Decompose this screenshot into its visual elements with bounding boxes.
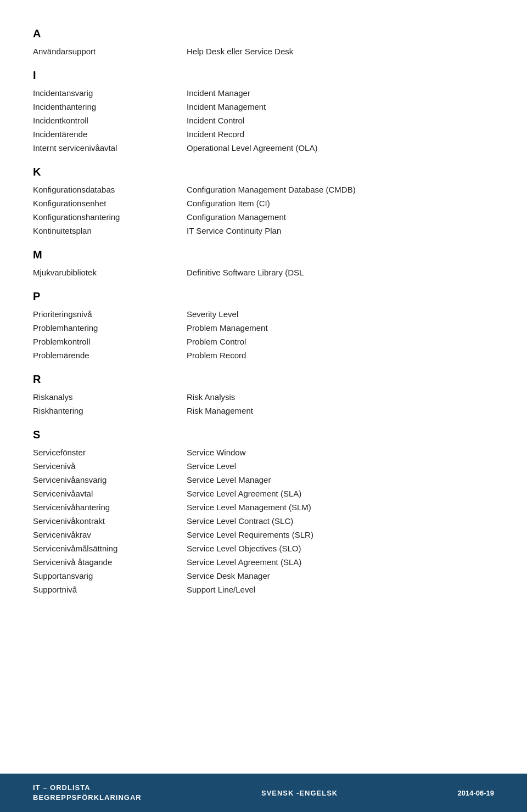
english-term: Service Level Management (SLM) <box>187 503 494 512</box>
swedish-term: Servicenivå <box>33 461 187 471</box>
swedish-term: Riskanalys <box>33 392 187 402</box>
section-letter: P <box>33 290 494 303</box>
english-term: Incident Manager <box>187 88 494 98</box>
swedish-term: Servicenivå åtagande <box>33 557 187 567</box>
entry: ServicenivåmålsättningService Level Obje… <box>33 542 494 555</box>
swedish-term: Konfigurationsenhet <box>33 199 187 208</box>
swedish-term: Supportansvarig <box>33 571 187 580</box>
swedish-term: Incidentkontroll <box>33 116 187 125</box>
section-letter: I <box>33 69 494 82</box>
entry: IncidentärendeIncident Record <box>33 127 494 141</box>
swedish-term: Servicefönster <box>33 448 187 457</box>
section-letter: R <box>33 373 494 386</box>
swedish-term: Konfigurationshantering <box>33 212 187 222</box>
english-term: Service Level Requirements (SLR) <box>187 530 494 539</box>
section-letter: M <box>33 249 494 261</box>
section-i: IIncidentansvarigIncident ManagerInciden… <box>33 69 494 155</box>
english-term: Service Level <box>187 461 494 471</box>
english-term: Support Line/Level <box>187 585 494 594</box>
footer-dash: – <box>43 783 47 792</box>
english-term: Incident Record <box>187 129 494 139</box>
entry: AnvändarsupportHelp Desk eller Service D… <box>33 44 494 58</box>
english-term: Operational Level Agreement (OLA) <box>187 143 494 153</box>
swedish-term: Incidentärende <box>33 129 187 139</box>
section-p: PPrioriteringsnivåSeverity LevelProblemh… <box>33 290 494 362</box>
entry: PrioriteringsnivåSeverity Level <box>33 307 494 321</box>
swedish-term: Servicenivåkrav <box>33 530 187 539</box>
section-k: KKonfigurationsdatabasConfiguration Mana… <box>33 166 494 238</box>
english-term: Risk Analysis <box>187 392 494 402</box>
swedish-term: Prioriteringsnivå <box>33 309 187 319</box>
swedish-term: Incidenthantering <box>33 102 187 111</box>
entry: RiskanalysRisk Analysis <box>33 390 494 404</box>
swedish-term: Konfigurationsdatabas <box>33 185 187 194</box>
swedish-term: Servicenivåmålsättning <box>33 544 187 553</box>
entry: ServicenivåansvarigService Level Manager <box>33 473 494 487</box>
english-term: Help Desk eller Service Desk <box>187 47 494 56</box>
footer-ordlista: ORDLISTA <box>50 783 90 792</box>
swedish-term: Kontinuitetsplan <box>33 226 187 235</box>
entry: ServicenivåkontraktService Level Contrac… <box>33 514 494 528</box>
section-letter: S <box>33 428 494 441</box>
english-term: Configuration Item (CI) <box>187 199 494 208</box>
entry: ProblemkontrollProblem Control <box>33 335 494 348</box>
entry: Servicenivå åtagandeService Level Agreem… <box>33 555 494 569</box>
english-term: Service Desk Manager <box>187 571 494 580</box>
english-term: IT Service Continuity Plan <box>187 226 494 235</box>
swedish-term: Problemkontroll <box>33 337 187 346</box>
swedish-term: Problemhantering <box>33 323 187 332</box>
entry: KonfigurationsenhetConfiguration Item (C… <box>33 196 494 210</box>
english-term: Incident Control <box>187 116 494 125</box>
swedish-term: Incidentansvarig <box>33 88 187 98</box>
swedish-term: Servicenivåhantering <box>33 503 187 512</box>
entry: ProblemärendeProblem Record <box>33 348 494 362</box>
section-s: SServicefönsterService WindowServicenivå… <box>33 428 494 596</box>
entry: Internt servicenivåavtalOperational Leve… <box>33 141 494 155</box>
english-term: Definitive Software Library (DSL <box>187 268 494 277</box>
swedish-term: Mjukvarubibliotek <box>33 268 187 277</box>
english-term: Service Window <box>187 448 494 457</box>
swedish-term: Servicenivåkontrakt <box>33 516 187 526</box>
swedish-term: Riskhantering <box>33 406 187 415</box>
entry: ServicefönsterService Window <box>33 446 494 459</box>
footer-it: IT <box>33 783 41 792</box>
english-term: Service Level Agreement (SLA) <box>187 489 494 498</box>
section-r: RRiskanalysRisk AnalysisRiskhanteringRis… <box>33 373 494 418</box>
english-term: Problem Management <box>187 323 494 332</box>
entry: KonfigurationshanteringConfiguration Man… <box>33 210 494 224</box>
english-term: Problem Control <box>187 337 494 346</box>
entry: IncidentkontrollIncident Control <box>33 114 494 127</box>
english-term: Problem Record <box>187 351 494 360</box>
english-term: Configuration Management Database (CMDB) <box>187 185 494 194</box>
swedish-term: Användarsupport <box>33 47 187 56</box>
english-term: Service Level Objectives (SLO) <box>187 544 494 553</box>
section-letter: A <box>33 27 494 40</box>
english-term: Service Level Contract (SLC) <box>187 516 494 526</box>
section-letter: K <box>33 166 494 178</box>
footer: IT – ORDLISTA BEGREPPSFÖRKLARINGAR SVENS… <box>0 774 527 812</box>
section-a: AAnvändarsupportHelp Desk eller Service … <box>33 27 494 58</box>
footer-begrep: BEGREPPSFÖRKLARINGAR <box>33 793 142 803</box>
entry: SupportnivåSupport Line/Level <box>33 583 494 596</box>
main-content: AAnvändarsupportHelp Desk eller Service … <box>0 0 527 662</box>
entry: MjukvarubibliotekDefinitive Software Lib… <box>33 266 494 279</box>
entry: IncidenthanteringIncident Management <box>33 100 494 114</box>
swedish-term: Supportnivå <box>33 585 187 594</box>
entry: ServicenivåService Level <box>33 459 494 473</box>
entry: IncidentansvarigIncident Manager <box>33 86 494 100</box>
english-term: Service Level Manager <box>187 475 494 484</box>
entry: SupportansvarigService Desk Manager <box>33 569 494 583</box>
section-m: MMjukvarubibliotekDefinitive Software Li… <box>33 249 494 279</box>
entry: ServicenivåkravService Level Requirement… <box>33 528 494 542</box>
footer-language: SVENSK -ENGELSK <box>261 789 338 797</box>
entry: RiskhanteringRisk Management <box>33 404 494 418</box>
english-term: Severity Level <box>187 309 494 319</box>
swedish-term: Internt servicenivåavtal <box>33 143 187 153</box>
entry: ServicenivåhanteringService Level Manage… <box>33 500 494 514</box>
entry: KonfigurationsdatabasConfiguration Manag… <box>33 183 494 196</box>
english-term: Service Level Agreement (SLA) <box>187 557 494 567</box>
entry: KontinuitetsplanIT Service Continuity Pl… <box>33 224 494 238</box>
english-term: Risk Management <box>187 406 494 415</box>
entry: ProblemhanteringProblem Management <box>33 321 494 335</box>
english-term: Incident Management <box>187 102 494 111</box>
